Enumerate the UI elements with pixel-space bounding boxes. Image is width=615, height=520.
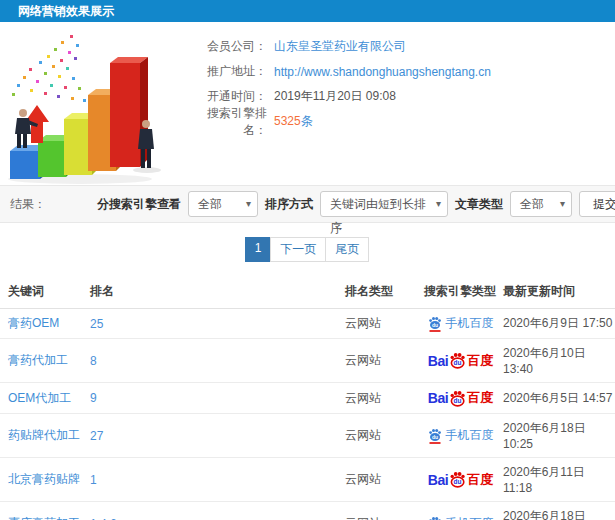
svg-text:du: du: [454, 478, 462, 485]
last-page-button[interactable]: 尾页: [325, 237, 369, 262]
opened-value: 2019年11月20日 09:08: [274, 88, 396, 105]
info-section: 会员公司： 山东皇圣堂药业有限公司 推广地址： http://www.shand…: [0, 22, 615, 185]
next-page-button[interactable]: 下一页: [270, 237, 326, 262]
sort-select[interactable]: 关键词由短到长排序 ▾: [320, 191, 448, 217]
table-body: 膏药OEM 25 云网站 du 手机百度 2020年6月9日 17:50 膏药代…: [0, 309, 615, 520]
rank-type-cell: 云网站: [345, 316, 381, 330]
col-header-rank-type: 排名类型: [345, 274, 418, 309]
mobile-baidu-icon: du 手机百度: [428, 427, 494, 444]
results-table: 关键词 排名 排名类型 搜索引擎类型 最新更新时间 膏药OEM 25 云网站 d…: [0, 274, 615, 520]
rank-type-cell: 云网站: [345, 472, 381, 486]
table-row: 枣庄膏药加工 1,4,6 云网站 du 手机百度 2020年6月18日 10:1…: [0, 502, 615, 520]
promotion-url-link[interactable]: http://www.shandonghuangshengtang.cn: [274, 65, 491, 79]
mobile-paw-icon: du: [428, 428, 442, 444]
mobile-baidu-icon: du 手机百度: [428, 515, 494, 520]
rank-link[interactable]: 9: [90, 391, 97, 405]
table-row: 膏药OEM 25 云网站 du 手机百度 2020年6月9日 17:50: [0, 309, 615, 339]
updated-cell: 2020年6月18日 10:19: [503, 509, 586, 520]
engine-select[interactable]: 全部 ▾: [188, 191, 258, 217]
baidu-logo-icon: Bai du 百度: [428, 352, 493, 370]
rank-count: 5325: [274, 114, 301, 128]
rank-suffix: 条: [301, 114, 313, 128]
mobile-baidu-label: 手机百度: [446, 427, 494, 444]
table-row: 药贴牌代加工 27 云网站 du 手机百度 2020年6月18日 10:25: [0, 414, 615, 458]
url-label: 推广地址：: [185, 63, 267, 80]
mobile-paw-icon: du: [428, 516, 442, 520]
chevron-down-icon: ▾: [246, 192, 251, 216]
rank-link[interactable]: 1,4,6: [90, 517, 117, 520]
mobile-baidu-icon: du 手机百度: [428, 315, 494, 332]
svg-text:du: du: [454, 359, 462, 366]
chevron-down-icon: ▾: [436, 192, 441, 216]
growth-chart-illustration: [0, 29, 185, 185]
article-type-label: 文章类型: [455, 196, 503, 213]
baidu-paw-icon: du: [449, 352, 466, 369]
rank-label: 搜索引擎排名：: [185, 105, 267, 139]
article-type-select[interactable]: 全部 ▾: [510, 191, 572, 217]
page-1-button[interactable]: 1: [245, 237, 272, 262]
svg-text:du: du: [454, 397, 462, 404]
company-label: 会员公司：: [185, 38, 267, 55]
pagination: 1 下一页 尾页: [0, 237, 615, 262]
keyword-cell: OEM代加工: [8, 391, 71, 405]
baidu-paw-icon: du: [449, 471, 466, 488]
submit-button[interactable]: 提交: [579, 191, 615, 217]
opened-label: 开通时间：: [185, 88, 267, 105]
titlebar: 网络营销效果展示: [0, 0, 615, 22]
col-header-rank: 排名: [90, 274, 345, 309]
keyword-cell: 膏药OEM: [8, 316, 59, 330]
col-header-updated: 最新更新时间: [503, 274, 615, 309]
updated-cell: 2020年6月10日 13:40: [503, 346, 586, 376]
baidu-paw-icon: du: [449, 390, 466, 407]
result-label: 结果：: [10, 196, 46, 213]
rank-type-cell: 云网站: [345, 391, 381, 405]
mobile-baidu-label: 手机百度: [446, 515, 494, 520]
keyword-cell: 北京膏药贴牌: [8, 472, 80, 486]
mobile-baidu-label: 手机百度: [446, 315, 494, 332]
chevron-down-icon: ▾: [560, 192, 565, 216]
rank-link[interactable]: 27: [90, 429, 103, 443]
rank-type-cell: 云网站: [345, 516, 381, 520]
rank-type-cell: 云网站: [345, 428, 381, 442]
rank-type-cell: 云网站: [345, 353, 381, 367]
rank-link[interactable]: 25: [90, 317, 103, 331]
sort-filter-label: 排序方式: [265, 196, 313, 213]
confetti-dots: [12, 35, 93, 107]
table-row: OEM代加工 9 云网站 Bai du 百度 2020年6月5日 14:57: [0, 383, 615, 414]
baidu-logo-icon: Bai du 百度: [428, 389, 493, 407]
rank-link[interactable]: 1: [90, 473, 97, 487]
mobile-paw-icon: du: [428, 316, 442, 332]
sort-select-value: 关键词由短到长排序: [330, 197, 426, 235]
engine-filter-label: 分搜索引擎查看: [97, 196, 181, 213]
keyword-cell: 枣庄膏药加工: [8, 516, 80, 520]
svg-text:du: du: [431, 434, 437, 440]
baidu-logo-icon: Bai du 百度: [428, 471, 493, 489]
company-link[interactable]: 山东皇圣堂药业有限公司: [274, 38, 406, 55]
updated-cell: 2020年6月9日 17:50: [503, 316, 612, 330]
article-type-select-value: 全部: [520, 197, 544, 211]
updated-cell: 2020年6月11日 11:18: [503, 465, 585, 495]
engine-select-value: 全部: [198, 197, 222, 211]
col-header-engine-type: 搜索引擎类型: [418, 274, 503, 309]
keyword-cell: 药贴牌代加工: [8, 428, 80, 442]
svg-text:du: du: [431, 322, 437, 328]
col-header-keyword: 关键词: [0, 274, 90, 309]
filter-bar: 结果： 分搜索引擎查看 全部 ▾ 排序方式 关键词由短到长排序 ▾ 文章类型 全…: [0, 185, 615, 223]
table-row: 膏药代加工 8 云网站 Bai du 百度 2020年6月10日 13:40: [0, 339, 615, 383]
keyword-cell: 膏药代加工: [8, 353, 68, 367]
page-title: 网络营销效果展示: [18, 4, 114, 18]
updated-cell: 2020年6月5日 14:57: [503, 391, 612, 405]
updated-cell: 2020年6月18日 10:25: [503, 421, 586, 451]
table-row: 北京膏药贴牌 1 云网站 Bai du 百度 2020年6月11日 11:18: [0, 458, 615, 502]
company-info: 会员公司： 山东皇圣堂药业有限公司 推广地址： http://www.shand…: [185, 29, 615, 185]
rank-link[interactable]: 8: [90, 354, 97, 368]
